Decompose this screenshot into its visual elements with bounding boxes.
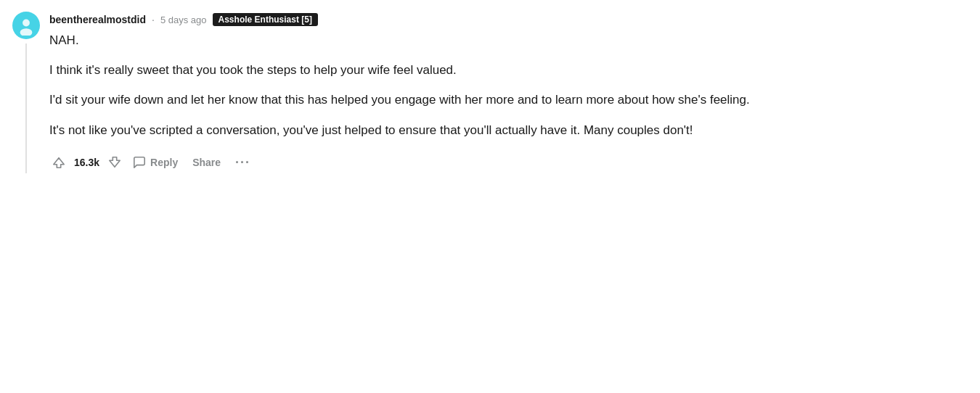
comment-paragraph-2: I think it's really sweet that you took … [49,60,965,80]
share-button[interactable]: Share [187,152,226,173]
more-button[interactable]: ··· [229,152,256,173]
comment-paragraph-4: It's not like you've scripted a conversa… [49,120,965,140]
comment-paragraph-1: NAH. [49,30,965,50]
thread-line [25,44,27,173]
comment: beentherealmostdid · 5 days ago Asshole … [0,0,980,185]
comment-icon [133,156,146,169]
svg-point-1 [23,20,30,27]
comment-actions: 16.3k Reply Share ··· [49,152,965,173]
upvote-button[interactable] [49,152,68,173]
left-column [12,12,41,173]
comment-body: NAH. I think it's really sweet that you … [49,30,965,140]
downvote-icon [108,156,121,169]
reply-button[interactable]: Reply [127,152,184,173]
reply-label: Reply [150,157,178,168]
more-icon: ··· [235,155,250,170]
username: beentherealmostdid [49,14,146,25]
flair-badge: Asshole Enthusiast [5] [213,13,318,26]
comment-header: beentherealmostdid · 5 days ago Asshole … [49,13,965,26]
share-label: Share [192,157,221,168]
content-column: beentherealmostdid · 5 days ago Asshole … [49,12,965,173]
comment-paragraph-3: I'd sit your wife down and let her know … [49,90,965,109]
avatar-icon [16,15,36,36]
separator: · [152,14,155,25]
vote-count: 16.3k [74,157,99,168]
upvote-icon [52,156,65,169]
timestamp: 5 days ago [160,15,207,25]
downvote-button[interactable] [105,152,124,173]
avatar [12,12,40,39]
